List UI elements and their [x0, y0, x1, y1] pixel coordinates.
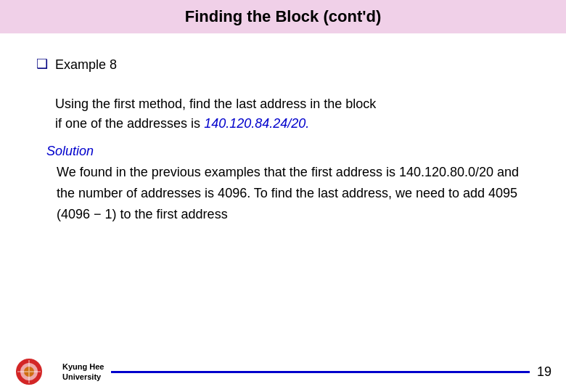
solution-label: Solution: [46, 144, 530, 159]
example-desc-line2: if one of the addresses is: [55, 116, 204, 131]
slide-content: ❑ Example 8 Using the first method, find…: [0, 48, 566, 232]
example-text: Example 8 Using the first method, find t…: [55, 55, 376, 134]
university-logo: [15, 357, 44, 386]
slide: Finding the Block (cont'd) ❑ Example 8 U…: [0, 0, 566, 392]
university-line1: Kyung Hee: [62, 362, 104, 371]
footer: Kyung Hee University 19: [0, 351, 566, 392]
example-highlight: 140.120.84.24/20.: [204, 116, 309, 131]
example-label: Example 8: [55, 57, 117, 72]
solution-text: We found in the previous examples that t…: [46, 162, 530, 224]
university-name: Kyung Hee University: [62, 362, 104, 383]
page-number: 19: [537, 364, 551, 380]
university-line2: University: [62, 372, 101, 381]
example-desc-line1: Using the first method, find the last ad…: [55, 97, 376, 111]
slide-title: Finding the Block (cont'd): [185, 7, 381, 25]
title-bar: Finding the Block (cont'd): [0, 0, 566, 33]
footer-left: Kyung Hee University: [15, 357, 104, 386]
footer-divider: [111, 371, 530, 373]
solution-block: Solution We found in the previous exampl…: [36, 144, 530, 224]
bullet-icon: ❑: [36, 56, 48, 72]
logo-svg: [15, 357, 44, 386]
example-block: ❑ Example 8 Using the first method, find…: [36, 55, 530, 134]
